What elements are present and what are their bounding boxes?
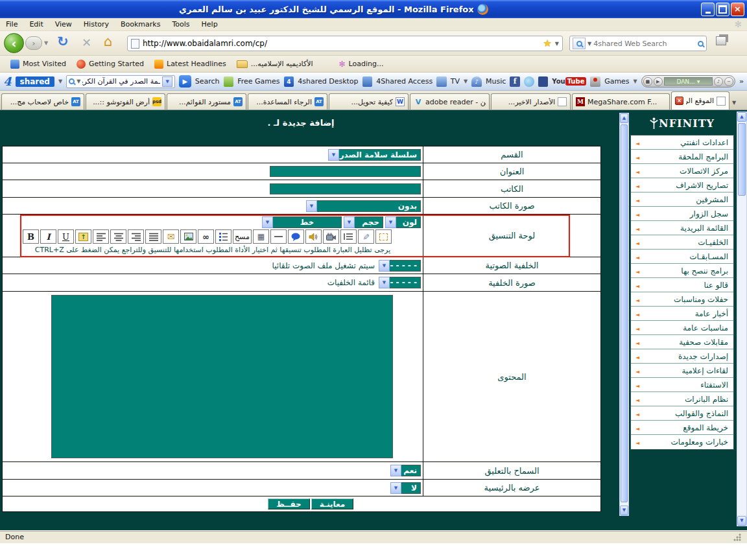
- list-all-tabs-icon[interactable]: ▼: [732, 100, 736, 106]
- horizontal-rule-button[interactable]: [270, 229, 287, 244]
- sidebar-item-sitemap[interactable]: خريطة الموقع: [631, 421, 733, 435]
- close-button[interactable]: [731, 3, 744, 16]
- tab-kayfiyat-tahwil[interactable]: W كيفية تحويل...: [329, 93, 409, 110]
- clear-format-button[interactable]: مسح: [233, 229, 252, 244]
- tab-khas-lashab[interactable]: AT خاص لاصحاب مج...: [1, 93, 84, 110]
- back-button[interactable]: ‹: [4, 33, 24, 53]
- search-engine-dropdown-icon[interactable]: ▼: [587, 41, 591, 47]
- tab-close-icon[interactable]: [675, 97, 683, 105]
- chevron-down-icon[interactable]: [328, 149, 339, 161]
- sidebar-item-testimonials[interactable]: قالو عنا: [631, 278, 733, 292]
- align-center-button[interactable]: [110, 229, 126, 244]
- tab-megashare[interactable]: M MegaShare.com F...: [572, 93, 670, 110]
- forward-button[interactable]: ›: [25, 36, 42, 50]
- tab-mustawrid-qawaim[interactable]: AT مستورد القوائم...: [167, 93, 246, 110]
- sidebar-item-moderators[interactable]: المشرفين: [631, 192, 733, 207]
- bookmark-loading[interactable]: ✻ Loading...: [334, 58, 389, 70]
- color-select[interactable]: لون: [385, 216, 421, 228]
- scrollbar-thumb[interactable]: [621, 124, 628, 502]
- author-image-select[interactable]: بدون: [306, 200, 421, 212]
- sidebar-item-guestbook[interactable]: سجل الزوار: [631, 207, 733, 221]
- bookmark-most-visited[interactable]: Most Visited: [5, 58, 71, 70]
- twitter-icon[interactable]: [524, 76, 534, 87]
- content-scrollbar[interactable]: ▲ ▼: [619, 113, 629, 516]
- bg-image-select[interactable]: - - - - -: [379, 277, 421, 288]
- ordered-list-button[interactable]: [215, 229, 231, 244]
- menu-edit[interactable]: Edit: [23, 19, 49, 30]
- player-stop-button[interactable]: ■: [643, 77, 652, 86]
- font-select[interactable]: خط: [262, 216, 342, 228]
- size-select[interactable]: حجم: [344, 216, 383, 228]
- myspace-icon[interactable]: [538, 76, 549, 87]
- tab-adobe-reader[interactable]: V adobe reader - من...: [410, 93, 490, 110]
- quote-button[interactable]: [288, 229, 304, 244]
- tab-photoshop-land[interactable]: psd أرض الفوتوشو ::...: [86, 93, 165, 110]
- scroll-up-icon[interactable]: ▲: [620, 113, 628, 123]
- home-button[interactable]: ⌂: [104, 34, 112, 49]
- align-right-button[interactable]: [128, 229, 144, 244]
- menu-view[interactable]: View: [49, 19, 78, 30]
- player-minimize-button[interactable]: −: [724, 77, 733, 86]
- justify-button[interactable]: [145, 229, 161, 244]
- chevron-down-icon[interactable]: [390, 465, 401, 476]
- url-dropdown-icon[interactable]: ▼: [555, 41, 559, 47]
- search-type-dropdown-icon[interactable]: ▼: [77, 78, 80, 84]
- bookmark-getting-started[interactable]: Getting Started: [71, 58, 149, 70]
- fourshared-search-button[interactable]: Search: [195, 77, 220, 86]
- sidebar-item-media-meetings[interactable]: لقاءات إعلامية: [631, 364, 733, 378]
- sidebar-item-recommended-programs[interactable]: برامج ننصح بها: [631, 264, 733, 278]
- sidebar-item-contact-center[interactable]: مركز الاتصالات: [631, 164, 733, 178]
- sidebar-item-banner-system[interactable]: نظام البانرات: [631, 392, 733, 406]
- scroll-down-icon[interactable]: ▼: [620, 506, 628, 515]
- emoticons-button[interactable]: ▦: [253, 229, 269, 244]
- align-left-button[interactable]: [93, 229, 109, 244]
- search-engine-icon[interactable]: [573, 38, 586, 49]
- tab-groups-icon[interactable]: [716, 36, 726, 45]
- italic-button[interactable]: I: [40, 229, 56, 244]
- sidebar-item-general-occasions[interactable]: مناسبات عامة: [631, 321, 733, 335]
- insert-link-button[interactable]: ∞: [198, 229, 214, 244]
- sidebar-item-mailing-list[interactable]: القائمة البريدية: [631, 221, 733, 235]
- sidebar-item-backgrounds[interactable]: الخلفيـات: [631, 235, 733, 250]
- menu-help[interactable]: Help: [196, 19, 224, 30]
- bookmark-latest-headlines[interactable]: Latest Headlines: [149, 58, 231, 70]
- scroll-up-icon[interactable]: ▲: [737, 112, 746, 122]
- preview-button[interactable]: معاينـة: [311, 498, 353, 509]
- tab-latest-release[interactable]: الأصدار الاخير...: [491, 93, 571, 110]
- fourshared-search-go-icon[interactable]: ▶: [179, 75, 191, 88]
- youtube-link[interactable]: You Tube: [552, 77, 586, 86]
- resize-grip-icon[interactable]: [733, 533, 742, 542]
- sidebar-item-infinity-settings[interactable]: اعدادات انفنتي: [631, 135, 733, 150]
- sidebar-item-press-interviews[interactable]: مقابلات صحفية: [631, 335, 733, 349]
- fourshared-access-link[interactable]: 4Shared Access: [376, 77, 433, 86]
- chevron-down-icon[interactable]: [379, 260, 390, 272]
- sidebar-item-addon-programs[interactable]: البرامج الملحقة: [631, 150, 733, 164]
- tv-link[interactable]: TV: [451, 77, 460, 86]
- chevron-down-icon[interactable]: [344, 216, 355, 228]
- search-go-icon[interactable]: [698, 41, 704, 47]
- tv-dropdown-icon[interactable]: ▼: [464, 78, 468, 84]
- save-button[interactable]: حفــظ: [268, 498, 310, 509]
- games-dropdown-icon[interactable]: ▼: [634, 78, 637, 84]
- eraser-wand-button[interactable]: ✎: [358, 229, 374, 244]
- bookmark-folder-academy[interactable]: الأكاديميه الإسلاميه...: [231, 58, 318, 69]
- scrollbar-thumb[interactable]: [738, 123, 746, 196]
- menu-tools[interactable]: Tools: [166, 19, 195, 30]
- section-select[interactable]: سلسلة سلامة الصدر: [328, 149, 421, 161]
- sidebar-item-new-releases[interactable]: إصدارات جديدة: [631, 349, 733, 364]
- player-volume-button[interactable]: ♪: [714, 77, 723, 86]
- reload-button[interactable]: ↻: [57, 34, 69, 49]
- insert-video-button[interactable]: [323, 229, 339, 244]
- fourshared-logo-dropdown-icon[interactable]: ▼: [58, 78, 62, 84]
- url-input[interactable]: [143, 39, 540, 48]
- menu-file[interactable]: File: [0, 19, 23, 30]
- web-search-input[interactable]: [593, 40, 696, 48]
- chevron-down-icon[interactable]: [262, 216, 273, 228]
- fourshared-search-combo[interactable]: ▼ ـمة الصدر في القرآن الكريم ▼: [66, 75, 175, 88]
- sidebar-item-moderation-permits[interactable]: تصاريح الاشراف: [631, 178, 733, 192]
- underline-button[interactable]: U: [58, 229, 74, 244]
- minimize-button[interactable]: [701, 3, 715, 16]
- player-track-display[interactable]: DAN... ▼: [664, 77, 713, 86]
- restore-button[interactable]: [716, 3, 729, 16]
- menu-history[interactable]: History: [78, 19, 115, 30]
